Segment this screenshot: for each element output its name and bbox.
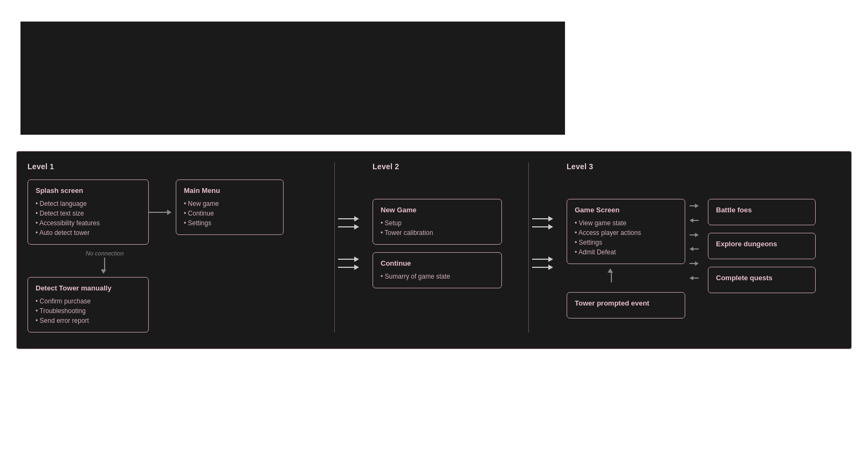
no-connection-area: No connection xyxy=(49,250,323,274)
arrow-from-battle xyxy=(690,218,699,223)
splash-item-1: Detect language xyxy=(36,199,141,209)
l1-to-l2-arrow-area xyxy=(335,162,362,333)
level-1-section: Level 1 Splash screen Detect language De… xyxy=(27,162,335,333)
explore-dungeons-box: Explore dungeons xyxy=(708,233,816,259)
v-arrow-line xyxy=(104,258,105,269)
l1-row1: Splash screen Detect language Detect tex… xyxy=(27,179,323,245)
no-connection-label: No connection xyxy=(86,250,123,257)
battle-foes-title: Battle foes xyxy=(716,206,808,214)
level-2-section: Level 2 New Game Setup Tower calibration… xyxy=(362,162,529,333)
arrow-up-head xyxy=(608,268,613,273)
tower-up-arrow xyxy=(610,268,613,282)
new-game-item-2: Tower calibration xyxy=(381,228,494,238)
complete-quests-box: Complete quests xyxy=(708,267,816,293)
splash-screen-title: Splash screen xyxy=(36,186,141,195)
game-screen-item-2: Access player actions xyxy=(575,228,677,238)
detect-tower-list: Confirm purchase Troubleshooting Send er… xyxy=(36,296,141,325)
level-3-inner: Game Screen View game state Access playe… xyxy=(567,179,841,318)
detect-item-1: Confirm purchase xyxy=(36,296,141,306)
continue-item-1: Sumarry of game state xyxy=(381,272,494,281)
game-screen-item-1: View game state xyxy=(575,218,677,228)
menu-item-3: Settings xyxy=(184,218,275,228)
l3-game-col: Game Screen View game state Access playe… xyxy=(567,199,685,318)
splash-screen-list: Detect language Detect text size Accessi… xyxy=(36,199,141,238)
tower-prompted-box: Tower prompted event xyxy=(567,292,685,318)
arrow-to-battle xyxy=(690,204,699,208)
main-menu-box: Main Menu New game Continue Settings xyxy=(176,179,284,235)
splash-item-4: Auto detect tower xyxy=(36,228,141,238)
l2-to-l3-arrow-area xyxy=(529,162,556,333)
new-game-item-1: Setup xyxy=(381,218,494,228)
level-1-label: Level 1 xyxy=(27,162,323,171)
detect-tower-area: Detect Tower manually Confirm purchase T… xyxy=(27,277,323,333)
arrow-to-complete xyxy=(690,261,699,266)
detect-tower-box: Detect Tower manually Confirm purchase T… xyxy=(27,277,149,333)
game-screen-title: Game Screen xyxy=(575,206,677,214)
splash-screen-box: Splash screen Detect language Detect tex… xyxy=(27,179,149,245)
menu-item-1: New game xyxy=(184,199,275,209)
l3-right-col: Battle foes Explore dungeons Complete qu… xyxy=(708,199,816,293)
continue-title: Continue xyxy=(381,259,494,267)
tower-prompted-title: Tower prompted event xyxy=(575,299,677,307)
explore-dungeons-title: Explore dungeons xyxy=(716,240,808,248)
menu-item-2: Continue xyxy=(184,209,275,218)
dbl-arrow-to-continue xyxy=(338,257,359,270)
v-arrow-head xyxy=(101,269,106,274)
game-screen-item-4: Admit Defeat xyxy=(575,247,677,257)
detect-item-3: Send error report xyxy=(36,316,141,325)
new-game-list: Setup Tower calibration xyxy=(381,218,494,238)
splash-to-mainmenu-arrow xyxy=(149,210,176,215)
level-1-inner: Splash screen Detect language Detect tex… xyxy=(27,179,323,333)
top-banner xyxy=(20,22,565,135)
battle-foes-box: Battle foes xyxy=(708,199,816,225)
level-3-label: Level 3 xyxy=(567,162,841,171)
arrow-to-explore xyxy=(690,233,699,237)
game-to-right-arrows xyxy=(687,199,700,285)
level-2-inner: New Game Setup Tower calibration Continu… xyxy=(373,179,518,288)
arrow-line xyxy=(149,212,167,213)
game-screen-box: Game Screen View game state Access playe… xyxy=(567,199,685,264)
main-menu-title: Main Menu xyxy=(184,186,275,195)
down-arrow xyxy=(103,258,106,274)
new-game-title: New Game xyxy=(381,206,494,214)
diagram-inner: Level 1 Splash screen Detect language De… xyxy=(27,162,841,333)
dbl-arrow-to-gamescreen-1 xyxy=(532,216,553,230)
continue-box: Continue Sumarry of game state xyxy=(373,252,502,288)
game-screen-list: View game state Access player actions Se… xyxy=(575,218,677,257)
new-game-box: New Game Setup Tower calibration xyxy=(373,199,502,245)
main-menu-list: New game Continue Settings xyxy=(184,199,275,228)
arrow-from-explore xyxy=(690,247,699,251)
dbl-arrow-to-newgame xyxy=(338,216,359,230)
splash-item-3: Accessibility features xyxy=(36,218,141,228)
game-screen-item-3: Settings xyxy=(575,238,677,247)
detect-tower-title: Detect Tower manually xyxy=(36,284,141,292)
level-3-section: Level 3 Game Screen View game state Acce… xyxy=(556,162,841,333)
splash-item-2: Detect text size xyxy=(36,209,141,218)
dbl-arrow-to-gamescreen-2 xyxy=(532,257,553,270)
level-2-label: Level 2 xyxy=(373,162,518,171)
arrow-from-complete xyxy=(690,276,699,280)
diagram-container: Level 1 Splash screen Detect language De… xyxy=(16,151,852,349)
continue-list: Sumarry of game state xyxy=(381,272,494,281)
detect-item-2: Troubleshooting xyxy=(36,306,141,316)
arrow-head xyxy=(167,210,171,215)
v-arrow-line xyxy=(611,273,612,282)
complete-quests-title: Complete quests xyxy=(716,274,808,282)
